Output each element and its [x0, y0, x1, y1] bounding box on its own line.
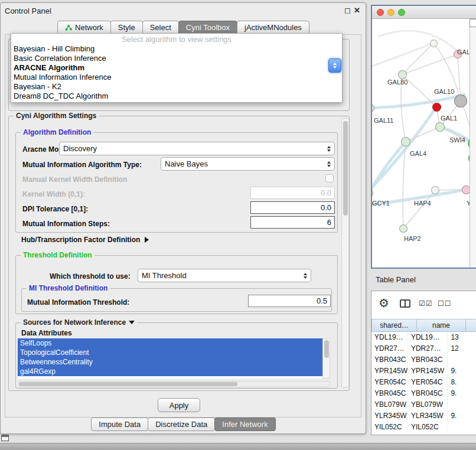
dpi-tolerance-field[interactable]: [250, 201, 335, 214]
node-label: HAP2: [404, 235, 421, 242]
float-window-icon[interactable]: ◻: [344, 6, 351, 15]
close-icon[interactable]: ✕: [354, 6, 360, 15]
combo-value: Naive Bayes: [165, 159, 325, 168]
sources-toggle[interactable]: Sources for Network Inference: [21, 318, 137, 327]
node-label: GCY1: [372, 200, 390, 207]
manual-kernel-checkbox[interactable]: [325, 174, 334, 182]
column-header-name[interactable]: name: [416, 319, 466, 332]
cell: YER054C: [371, 377, 408, 388]
tab-style[interactable]: Style: [110, 21, 143, 34]
attribute-item-selected[interactable]: TopologicalCoefficient: [18, 348, 322, 357]
cell: YDL19…: [371, 332, 408, 343]
dropdown-item[interactable]: Dream8 DC_TDC Algorithm: [11, 92, 342, 101]
attribute-item-selected[interactable]: gal4RGexp: [18, 367, 322, 376]
which-threshold-combo[interactable]: MI Threshold: [138, 269, 311, 282]
attribute-list-vscrollbar[interactable]: [322, 338, 330, 379]
network-node[interactable]: [430, 40, 438, 47]
tab-select[interactable]: Select: [142, 21, 179, 34]
settings-vscrollbar[interactable]: [341, 118, 349, 387]
algorithm-dropdown-popup: Select algorithm to view settings Bayesi…: [11, 33, 343, 103]
scrollbar-thumb[interactable]: [343, 121, 348, 216]
network-node-gal10[interactable]: [454, 94, 467, 107]
cell: [448, 399, 476, 410]
scrollbar-thumb[interactable]: [324, 340, 329, 358]
cell: 9.: [448, 410, 476, 422]
table-row[interactable]: YPR145WYPR145W9.: [371, 366, 476, 377]
cell: YBR045C: [371, 388, 408, 399]
table-row[interactable]: YIL052CYIL052C: [371, 422, 476, 433]
tab-network[interactable]: Network: [57, 21, 111, 34]
network-window-titlebar: [372, 6, 476, 19]
table-row[interactable]: YER054CYER054C8.: [371, 377, 476, 388]
tab-discretize-data[interactable]: Discretize Data: [148, 418, 215, 431]
zoom-traffic-light-icon[interactable]: [398, 9, 405, 16]
network-node-gal4[interactable]: [401, 137, 410, 146]
cell: YBL079W: [371, 399, 408, 410]
dropdown-item[interactable]: Basic Correlation Inference: [11, 54, 342, 63]
network-node-gal80[interactable]: [398, 70, 407, 79]
cell: YBR043C: [371, 354, 408, 366]
column-header-clipped[interactable]: [465, 319, 476, 332]
mi-type-combo[interactable]: Naive Bayes: [161, 157, 335, 171]
docked-window-icon[interactable]: [1, 435, 9, 441]
dropdown-item-selected[interactable]: ARACNE Algorithm: [11, 63, 342, 73]
columns-icon[interactable]: [400, 299, 410, 308]
kernel-width-field[interactable]: [250, 187, 335, 199]
cell: YDL19…: [408, 332, 448, 343]
dropdown-item[interactable]: Bayesian - K2: [11, 82, 342, 92]
close-traffic-light-icon[interactable]: [377, 9, 384, 16]
table-row[interactable]: YBL079WYBL079W: [371, 399, 476, 410]
tab-impute-data[interactable]: Impute Data: [91, 418, 148, 431]
network-node-selected-red[interactable]: [432, 103, 441, 112]
table-panel-window: ⚙ ☑☑ ☐☐ shared… name YDL19…YDL19…13 YDR2…: [371, 291, 476, 435]
select-all-checkboxes-icon[interactable]: ☑☑: [419, 299, 433, 308]
cell: 12: [448, 343, 476, 354]
sources-title: Sources for Network Inference: [23, 318, 126, 327]
scrollbar-thumb[interactable]: [19, 382, 237, 386]
attribute-item-selected[interactable]: SelfLoops: [18, 338, 322, 348]
table-row[interactable]: YDR27…YDR27…12: [371, 343, 476, 354]
tab-cyni-toolbox[interactable]: Cyni Toolbox: [178, 21, 237, 34]
control-panel-tabs: Network Style Select Cyni Toolbox jActiv…: [0, 21, 366, 34]
table-row[interactable]: YBR043CYBR043C: [371, 354, 476, 366]
algorithm-combo-stepper[interactable]: [328, 58, 341, 73]
attribute-item-selected[interactable]: BetweennessCentrality: [18, 357, 322, 367]
tab-infer-network[interactable]: Infer Network: [214, 418, 275, 431]
node-label: GAL4: [410, 150, 426, 157]
expand-right-icon: [145, 237, 149, 243]
node-label: GAL11: [374, 117, 393, 124]
table-row[interactable]: YBR045CYBR045C9.: [371, 388, 476, 399]
gear-icon[interactable]: ⚙: [379, 296, 389, 310]
hub-section-toggle[interactable]: Hub/Transcription Factor Definition: [21, 236, 149, 244]
mi-steps-field[interactable]: [250, 216, 335, 229]
aracne-mode-combo[interactable]: Discovery: [59, 142, 335, 155]
attribute-list-hscrollbar[interactable]: [18, 381, 330, 387]
network-node-gal1[interactable]: [435, 122, 445, 132]
tab-jactivemnodules[interactable]: jActiveMNodules: [237, 21, 309, 34]
minimize-traffic-light-icon[interactable]: [387, 9, 395, 16]
cell: YER054C: [408, 377, 448, 388]
hub-section-label: Hub/Transcription Factor Definition: [21, 236, 140, 244]
cell: 13: [448, 332, 476, 343]
network-node[interactable]: [431, 186, 439, 194]
network-vscrollbar[interactable]: [470, 19, 476, 268]
mi-threshold-field[interactable]: [248, 295, 331, 307]
cell: YDR27…: [408, 343, 448, 354]
table-row[interactable]: YDL19…YDL19…13: [371, 332, 476, 343]
birdseye-button[interactable]: [470, 19, 476, 27]
dpi-tolerance-label: DPI Tolerance [0,1]:: [22, 205, 88, 213]
deselect-all-checkboxes-icon[interactable]: ☐☐: [438, 299, 452, 308]
column-header-shared-name[interactable]: shared…: [371, 319, 417, 332]
cell: 9.: [448, 388, 476, 399]
node-label: GAL80: [387, 79, 407, 86]
network-node-hap2[interactable]: [399, 224, 407, 233]
apply-button[interactable]: Apply: [158, 398, 200, 412]
cell: YLR345W: [371, 410, 408, 422]
dropdown-item[interactable]: Mutual Information Inference: [11, 73, 342, 82]
dropdown-item[interactable]: Bayesian - Hill Climbing: [11, 44, 342, 54]
cell: YDR27…: [371, 343, 408, 354]
combo-stepper-icon: [327, 146, 331, 152]
network-view-window: GAL8 GAL80 GAL10 GAL11 GAL1 SWI4 GAL4 GC…: [371, 5, 476, 269]
table-body: YDL19…YDL19…13 YDR27…YDR27…12 YBR043CYBR…: [371, 332, 476, 433]
table-row[interactable]: YLR345WYLR345W9.: [371, 410, 476, 422]
